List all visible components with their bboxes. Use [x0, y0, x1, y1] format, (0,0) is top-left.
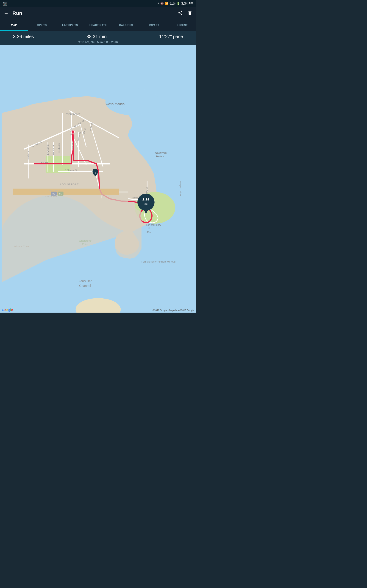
back-button[interactable]: ← — [4, 10, 9, 16]
svg-point-2 — [105, 88, 159, 115]
share-button[interactable] — [178, 10, 183, 17]
svg-text:Harbor: Harbor — [156, 155, 165, 158]
status-left: 📷 — [3, 1, 7, 6]
current-time: 3:34 PM — [181, 2, 193, 5]
svg-text:Ferry Bar: Ferry Bar — [78, 279, 92, 283]
svg-text:West Channel: West Channel — [105, 103, 125, 106]
svg-text:1: 1 — [94, 172, 96, 174]
svg-text:Fort McHenry Tunnel (Toll road: Fort McHenry Tunnel (Toll road) — [142, 260, 176, 263]
tab-lap-splits[interactable]: LAP SPLITS — [56, 20, 84, 31]
stat-pace: 11'27" pace — [159, 34, 183, 39]
tab-calories[interactable]: CALORIES — [112, 20, 140, 31]
svg-text:Fort McHenry: Fort McHenry — [146, 224, 161, 226]
wifi-icon: 📶 — [165, 2, 168, 5]
tab-map[interactable]: MAP — [0, 20, 28, 31]
stat-divider-2 — [133, 33, 133, 40]
svg-text:Woodall St: Woodall St — [27, 150, 30, 160]
stat-distance: 3.36 miles — [13, 34, 34, 39]
svg-text:Lowman St: Lowman St — [47, 145, 49, 155]
bluetooth-icon: + — [158, 2, 159, 5]
svg-text:an...: an... — [147, 230, 151, 233]
pace-value: 11'27" pace — [159, 34, 183, 39]
google-g2: g — [8, 308, 10, 312]
map-svg: 95 55 West Channel Northwest Harbor TIDE… — [0, 45, 196, 313]
google-e: e — [11, 308, 13, 312]
google-g: G — [2, 308, 4, 312]
page-title: Run — [12, 10, 178, 16]
map-container[interactable]: 95 55 West Channel Northwest Harbor TIDE… — [0, 45, 196, 313]
status-right: + 🔇 📶 91% 🔋 3:34 PM — [158, 2, 193, 5]
tab-heart-rate[interactable]: HEART RATE — [84, 20, 112, 31]
svg-text:TIDE POINT: TIDE POINT — [66, 113, 80, 116]
svg-text:Haubert St: Haubert St — [58, 143, 60, 153]
google-o2: o — [6, 308, 8, 312]
svg-point-60 — [71, 130, 75, 133]
svg-text:Patapsco River: Patapsco River — [179, 181, 182, 196]
status-bar: 📷 + 🔇 📶 91% 🔋 3:34 PM — [0, 0, 196, 7]
stats-bar: 3.36 miles 38:31 min 11'27" pace 9:00 AM… — [0, 31, 196, 45]
svg-text:N...: N... — [148, 227, 152, 230]
stat-divider-1 — [60, 33, 60, 40]
stat-duration: 38:31 min — [86, 34, 107, 39]
stats-row: 3.36 miles 38:31 min 11'27" pace — [0, 33, 196, 40]
svg-text:Channel: Channel — [79, 284, 91, 288]
tab-impact[interactable]: IMPACT — [140, 20, 168, 31]
mute-icon: 🔇 — [160, 2, 164, 5]
delete-button[interactable] — [187, 10, 192, 17]
run-date: 9:00 AM, Sat, March 05, 2016 — [78, 40, 118, 44]
svg-text:LOCUST POINT: LOCUST POINT — [60, 183, 79, 186]
battery-icon: 🔋 — [177, 2, 180, 5]
top-bar: ← Run — [0, 7, 196, 20]
svg-text:Northwest: Northwest — [155, 151, 167, 154]
svg-text:mi: mi — [144, 202, 148, 206]
svg-text:Decatur St: Decatur St — [52, 145, 55, 155]
distance-value: 3.36 miles — [13, 34, 34, 39]
tab-recent[interactable]: RECENT — [168, 20, 196, 31]
duration-value: 38:31 min — [86, 34, 107, 39]
svg-text:E Clement St: E Clement St — [65, 169, 77, 171]
instagram-icon: 📷 — [3, 1, 7, 6]
map-copyright: ©2016 Google · Map data ©2016 Google — [152, 309, 194, 312]
tab-splits[interactable]: SPLITS — [28, 20, 56, 31]
google-logo: Google — [2, 308, 13, 312]
top-actions — [178, 10, 192, 17]
battery-percentage: 91% — [169, 2, 175, 5]
svg-text:3.36: 3.36 — [142, 198, 150, 202]
tabs: MAP SPLITS LAP SPLITS HEART RATE CALORIE… — [0, 20, 196, 31]
